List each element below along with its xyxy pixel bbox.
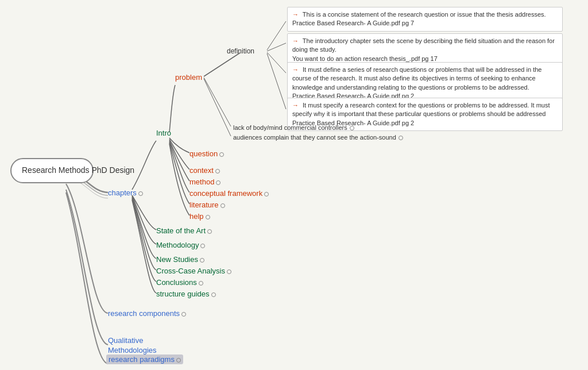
node-dot	[200, 244, 205, 248]
note-6-text: audiences complain that they cannot see …	[233, 134, 396, 141]
svg-line-6	[204, 79, 231, 136]
note-2-text: The introductory chapter sets the scene …	[292, 37, 555, 62]
root-node[interactable]: Research Methods PhD Design	[10, 158, 94, 183]
node-conceptual-framework[interactable]: conceptual framework	[189, 189, 269, 198]
node-dot	[181, 312, 186, 317]
note-1-text: This is a concise statement of the resea…	[292, 11, 546, 26]
node-dot	[227, 269, 231, 274]
svg-line-3	[267, 52, 286, 73]
note-arrow-2: →	[292, 37, 299, 44]
note-dot-6	[399, 136, 403, 140]
node-structure-guides[interactable]: structure guides	[156, 290, 216, 298]
node-question[interactable]: question	[189, 149, 224, 158]
node-literature[interactable]: literature	[189, 201, 225, 209]
root-label: Research Methods PhD Design	[22, 165, 134, 175]
note-arrow-3: →	[292, 66, 299, 73]
node-research-paradigms[interactable]: research paradigms	[106, 354, 183, 364]
svg-line-0	[204, 53, 240, 76]
node-state-of-art[interactable]: State of the Art	[156, 226, 212, 235]
node-dot	[219, 152, 224, 157]
svg-line-1	[267, 21, 286, 50]
node-dot	[199, 281, 203, 286]
note-3-text: It must define a series of research ques…	[292, 66, 541, 99]
node-conclusions[interactable]: Conclusions	[156, 278, 203, 287]
node-context[interactable]: context	[189, 166, 220, 175]
svg-line-2	[267, 43, 286, 51]
note-arrow-1: →	[292, 11, 299, 18]
note-5-text: lack of body/mind commercial controllers	[233, 124, 347, 131]
node-research-components[interactable]: research components	[108, 309, 186, 318]
node-dot	[264, 192, 269, 196]
note-1: → This is a concise statement of the res…	[287, 7, 563, 32]
node-methodology[interactable]: Methodology	[156, 241, 205, 249]
node-method[interactable]: method	[189, 178, 220, 186]
mindmap-canvas: Research Methods PhD Design chapters Int…	[0, 0, 588, 370]
node-cross-case[interactable]: Cross-Case Analysis	[156, 267, 231, 275]
svg-line-4	[267, 53, 286, 109]
node-new-studies[interactable]: New Studies	[156, 255, 204, 264]
node-dot	[138, 191, 143, 196]
node-dot	[200, 258, 204, 263]
node-dot	[215, 169, 220, 174]
node-problem[interactable]: problem	[175, 73, 202, 82]
node-definition[interactable]: definition	[227, 47, 254, 55]
node-dot	[206, 215, 210, 219]
node-dot	[211, 292, 216, 297]
note-dot-5	[350, 126, 354, 130]
node-dot	[216, 180, 220, 185]
node-dot	[207, 229, 212, 234]
node-intro[interactable]: Intro	[156, 129, 171, 137]
svg-line-5	[204, 78, 231, 126]
note-6: audiences complain that they cannot see …	[232, 132, 404, 143]
node-dot	[176, 358, 181, 363]
node-help[interactable]: help	[189, 212, 210, 221]
node-dot	[220, 203, 225, 208]
node-chapters[interactable]: chapters	[108, 188, 143, 197]
note-arrow-4: →	[292, 102, 299, 109]
